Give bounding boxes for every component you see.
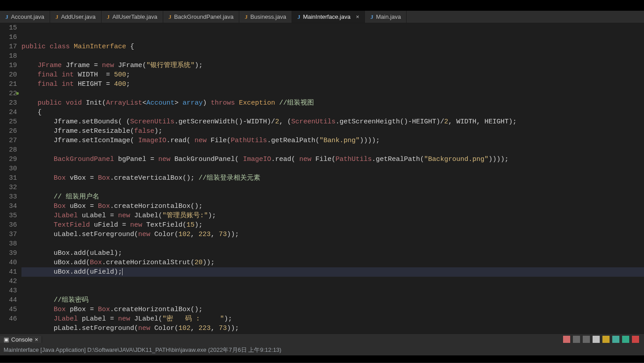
tab-backgroundpanel[interactable]: JBackGroundPanel.java [163,11,239,23]
console-status-line: MainInterface [Java Application] D:\Soft… [0,345,644,355]
console-output [0,355,644,363]
tab-main[interactable]: JMain.java [365,11,407,23]
remove-launch-button[interactable] [573,336,580,343]
window-titlebar [0,0,644,11]
text-cursor [122,268,123,275]
tab-allusertable[interactable]: JAllUserTable.java [102,11,163,23]
editor-tabs: JAccount.java JAddUser.java JAllUserTabl… [0,11,644,23]
code-editor[interactable]: 1516171819202122232425262728293031323334… [0,23,644,333]
tab-account[interactable]: JAccount.java [0,11,50,23]
terminate-button[interactable] [563,336,570,343]
tab-adduser[interactable]: JAddUser.java [50,11,102,23]
console-panel: ▣ Console × MainInterface [Java Applicat… [0,333,644,363]
console-icon: ▣ [4,336,9,343]
code-area[interactable]: public class MainInterface { JFrame Jfra… [21,23,644,333]
console-tab[interactable]: ▣ Console × [0,336,42,343]
scroll-lock-button[interactable] [612,336,619,343]
close-icon[interactable]: × [356,13,360,20]
tab-business[interactable]: JBusiness.java [239,11,292,23]
remove-all-button[interactable] [583,336,590,343]
display-selected-button[interactable] [602,336,610,343]
pin-console-button[interactable] [593,336,600,343]
close-icon[interactable]: × [35,336,38,343]
line-number-gutter: 1516171819202122232425262728293031323334… [0,23,21,333]
tab-maininterface[interactable]: JMainInterface.java× [292,11,365,23]
word-wrap-button[interactable] [622,336,629,343]
clear-console-button[interactable] [632,336,639,343]
